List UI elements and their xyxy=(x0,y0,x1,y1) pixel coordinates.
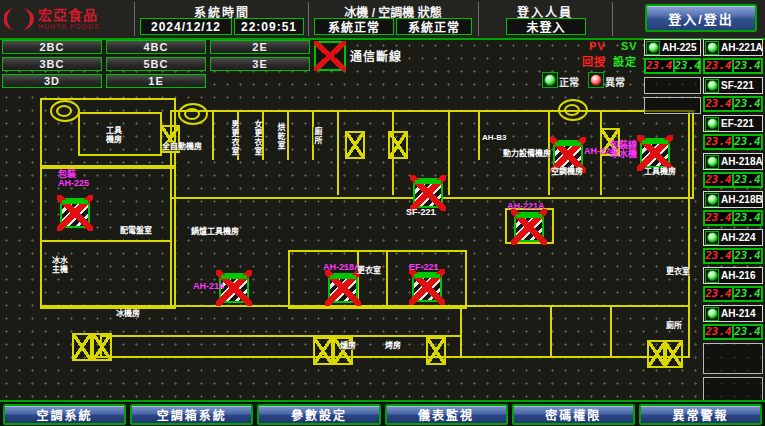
wall-segment xyxy=(688,110,690,358)
normal-lamp-icon xyxy=(542,72,558,88)
room-label: 全自動機房 xyxy=(162,142,202,151)
ahu-device-icon[interactable] xyxy=(553,140,583,170)
menu-button-空調系統[interactable]: 空調系統 xyxy=(3,404,126,425)
wall-segment xyxy=(40,305,690,307)
room-label: 更衣室 xyxy=(357,266,381,275)
room-label: 廁所 xyxy=(313,127,322,145)
sv-value: 23.4 xyxy=(734,212,761,224)
wall-segment xyxy=(550,305,552,358)
status-lamp-icon xyxy=(705,41,719,55)
status-lamp-icon xyxy=(705,155,719,169)
abnormal-lamp-label: 異常 xyxy=(605,74,625,89)
lamp-glyph xyxy=(707,270,718,281)
floor-button-3E[interactable]: 3E xyxy=(210,57,310,71)
wall-segment xyxy=(100,335,460,337)
device-row-AH-221A: AH-221A xyxy=(703,39,763,56)
brand-name: 宏亞食品 xyxy=(38,8,100,23)
menu-button-參數設定[interactable]: 參數設定 xyxy=(257,404,380,425)
device-name: AH-221A xyxy=(721,42,763,53)
ahu-device-icon[interactable] xyxy=(514,212,544,242)
lamp-glyph xyxy=(707,118,718,129)
room-label: 空調機房 xyxy=(551,167,583,176)
floor-button-4BC[interactable]: 4BC xyxy=(106,40,206,54)
device-values-AH-216: 23.423.4 xyxy=(703,286,763,302)
floor-button-1E[interactable]: 1E xyxy=(106,74,206,88)
status-lamp-icon xyxy=(705,79,719,93)
device-row-AH-216: AH-216 xyxy=(703,267,763,284)
sv-value: 23.4 xyxy=(734,250,761,262)
chiller-status-value: 系統正常 xyxy=(314,18,394,35)
stair-icon xyxy=(663,340,683,368)
menu-button-儀表監視[interactable]: 儀表監視 xyxy=(385,404,508,425)
stair-icon xyxy=(313,337,333,365)
comm-loss-x-icon xyxy=(637,135,673,171)
sv-value: 23.4 xyxy=(734,288,761,300)
floor-button-grid: 2BC4BC2E3BC5BC3E3D1E xyxy=(2,40,314,88)
empty-device-slot xyxy=(703,343,763,374)
floor-button-3BC[interactable]: 3BC xyxy=(2,57,102,71)
sv-value: 23.4 xyxy=(734,98,761,110)
brand-logo: 宏亞食品 HUNYA FOODS xyxy=(4,2,132,36)
device-row-AH-225: AH-225 xyxy=(644,39,701,56)
comm-loss-x-icon xyxy=(57,195,93,231)
sv-sub-label: 設定 xyxy=(613,53,637,69)
device-row-AH-214: AH-214 xyxy=(703,305,763,322)
wall-segment xyxy=(95,356,690,358)
lamp-glyph xyxy=(707,80,718,91)
sv-value: 23.4 xyxy=(734,174,761,186)
device-map-label: EF-221 xyxy=(409,263,439,272)
device-map-label: 包裝 AH-225 xyxy=(58,170,89,188)
device-name: AH-225 xyxy=(662,42,696,53)
device-values-AH-225: 23.423.4 xyxy=(644,58,701,74)
room-label: 冰水 主機 xyxy=(52,256,68,274)
pv-value: 23.4 xyxy=(705,212,734,224)
sv-value: 23.4 xyxy=(734,60,761,72)
room-label: 烘乾室 xyxy=(276,123,285,150)
device-row-AH-224: AH-224 xyxy=(703,229,763,246)
wall-segment xyxy=(287,110,289,160)
menu-button-密碼權限[interactable]: 密碼權限 xyxy=(512,404,635,425)
spiral-icon xyxy=(178,103,208,125)
device-name: AH-218A xyxy=(721,156,763,167)
login-logout-button[interactable]: 登入/登出 xyxy=(645,4,757,32)
lamp-glyph xyxy=(648,42,659,53)
wall-segment xyxy=(212,110,214,160)
room-label: 冰機房 xyxy=(116,309,140,318)
device-name: AH-214 xyxy=(721,308,755,319)
hmi-screen: 包裝 AH-225SF-221AH-224包裝線 冰水機AH-221AAH-21… xyxy=(0,0,765,426)
floor-button-5BC[interactable]: 5BC xyxy=(106,57,206,71)
brand-name-en: HUNYA FOODS xyxy=(38,23,100,30)
comm-loss-icon xyxy=(314,41,346,71)
menu-button-空調箱系統[interactable]: 空調箱系統 xyxy=(130,404,253,425)
comm-loss-x-icon xyxy=(410,175,446,211)
room-label: 配電盤室 xyxy=(120,226,152,235)
device-row-EF-221: EF-221 xyxy=(703,115,763,132)
comm-loss-x-icon xyxy=(409,269,445,305)
wall-segment xyxy=(610,305,612,358)
header-divider xyxy=(478,2,479,36)
ahu-device-icon[interactable] xyxy=(412,272,442,302)
device-values-EF-221: 23.423.4 xyxy=(703,134,763,150)
pv-value: 23.4 xyxy=(705,288,734,300)
ahu-device-icon[interactable] xyxy=(640,138,670,168)
floor-button-2BC[interactable]: 2BC xyxy=(2,40,102,54)
floor-button-2E[interactable]: 2E xyxy=(210,40,310,54)
pv-value: 23.4 xyxy=(705,136,734,148)
stair-icon xyxy=(388,131,408,159)
device-name: AH-216 xyxy=(721,270,755,281)
menu-button-異常警報[interactable]: 異常警報 xyxy=(639,404,762,425)
device-map-label: 包裝線 冰水機 xyxy=(610,141,637,159)
lamp-glyph xyxy=(707,156,718,167)
floor-button-3D[interactable]: 3D xyxy=(2,74,102,88)
device-values-SF-221: 23.423.4 xyxy=(703,96,763,112)
ahu-device-icon[interactable] xyxy=(60,198,90,228)
device-values-AH-221A: 23.423.4 xyxy=(703,58,763,74)
header-divider xyxy=(308,2,309,36)
ahu-device-icon[interactable] xyxy=(328,273,358,303)
device-name: SF-221 xyxy=(721,80,754,91)
device-panel-left-column: AH-22523.423.4 xyxy=(644,39,701,117)
room-label: 烤房 xyxy=(385,341,401,350)
ahu-device-icon[interactable] xyxy=(413,178,443,208)
brand-logo-icon xyxy=(4,4,34,34)
wall-segment xyxy=(40,240,172,242)
